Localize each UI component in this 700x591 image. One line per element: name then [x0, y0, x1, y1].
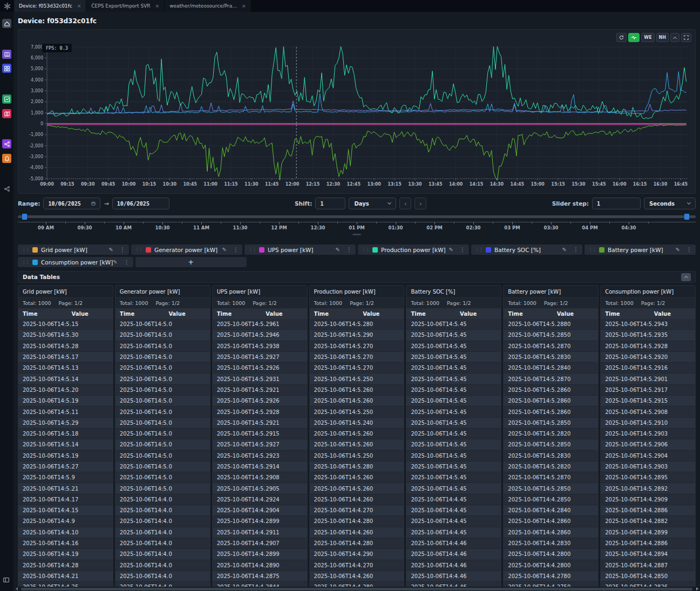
kebab-menu-icon[interactable]: ⋮ [460, 247, 465, 253]
column-header-time[interactable]: Time [120, 311, 169, 317]
table-row[interactable]: 2025-10-06T14:5...17 [18, 352, 113, 363]
table-row[interactable]: 2025-10-06T14:5...45 [406, 406, 501, 417]
tab[interactable]: Device: f053d32c01fc× [14, 0, 86, 12]
edit-icon[interactable]: ✎ [449, 247, 453, 253]
table-row[interactable]: 2025-10-06T14:5...9 [18, 472, 113, 483]
table-row[interactable]: 2025-10-06T14:5...2928 [213, 406, 307, 417]
shift-input[interactable] [320, 201, 341, 207]
add-series-button[interactable]: + [135, 257, 247, 267]
edit-icon[interactable]: ✎ [222, 247, 227, 253]
table-row[interactable]: 2025-10-06T14:5...2908 [601, 406, 695, 417]
table-row[interactable]: 2025-10-06T14:5...2923 [213, 451, 307, 461]
table-row[interactable]: 2025-10-06T14:4...270 [310, 505, 404, 516]
table-row[interactable]: 2025-10-06T14:5...14 [18, 439, 113, 450]
table-row[interactable]: 2025-10-06T14:5...2915 [601, 396, 695, 406]
table-row[interactable]: 2025-10-06T14:5...2880 [504, 319, 598, 330]
kebab-menu-icon[interactable]: ⋮ [346, 247, 352, 253]
table-row[interactable]: 2025-10-06T14:4...260 [310, 527, 404, 538]
legend-chip[interactable]: ⋮⋮Generator power [kW]✎⋮ [131, 244, 242, 255]
table-row[interactable]: 2025-10-06T14:5...45 [406, 461, 501, 472]
table-row[interactable]: 2025-10-06T14:4...45 [406, 505, 501, 516]
table-row[interactable]: 2025-10-06T14:5...0 [115, 330, 210, 341]
table-row[interactable]: 2025-10-06T14:4...0 [115, 571, 210, 582]
column-header-value[interactable]: Value [654, 311, 691, 317]
table-row[interactable]: 2025-10-06T14:5...45 [406, 363, 501, 373]
range-to-field[interactable] [112, 198, 169, 209]
table-row[interactable]: 2025-10-06T14:5...21 [18, 483, 113, 494]
table-row[interactable]: 2025-10-06T14:5...2927 [213, 352, 307, 363]
table-row[interactable]: 2025-10-06T14:5...2850 [504, 330, 598, 341]
table-row[interactable]: 2025-10-06T14:4...2887 [601, 560, 695, 571]
table-row[interactable]: 2025-10-06T14:4...46 [406, 549, 501, 560]
drag-handle-icon[interactable]: ⋮⋮ [248, 247, 256, 252]
table-row[interactable]: 2025-10-06T14:5...45 [406, 483, 501, 494]
table-row[interactable]: 2025-10-06T14:5...260 [310, 429, 404, 439]
table-row[interactable]: 2025-10-06T14:5...250 [310, 373, 404, 384]
edit-icon[interactable]: ✎ [336, 247, 340, 253]
alerts-icon[interactable] [2, 154, 11, 163]
legend-chip[interactable]: ⋮⋮Consumption power [kW]✎⋮ [18, 257, 133, 267]
kebab-menu-icon[interactable]: ⋮ [573, 247, 579, 253]
table-row[interactable]: 2025-10-06T14:4...0 [115, 516, 210, 527]
table-row[interactable]: 2025-10-06T14:5...2946 [213, 330, 307, 341]
table-row[interactable]: 2025-10-06T14:5...0 [115, 319, 210, 330]
table-row[interactable]: 2025-10-06T14:5...240 [310, 418, 404, 429]
shift-next-button[interactable]: › [414, 198, 426, 209]
table-row[interactable]: 2025-10-06T14:5...13 [18, 363, 113, 373]
table-row[interactable]: 2025-10-06T14:5...14 [18, 373, 113, 384]
kebab-menu-icon[interactable]: ⋮ [124, 259, 130, 265]
table-row[interactable]: 2025-10-06T14:4...0 [115, 560, 210, 571]
refresh-button[interactable] [616, 33, 627, 42]
table-row[interactable]: 2025-10-06T14:5...260 [310, 385, 404, 396]
table-row[interactable]: 2025-10-06T14:4...2894 [601, 549, 695, 560]
table-row[interactable]: 2025-10-06T14:5...2921 [213, 418, 307, 429]
table-row[interactable]: 2025-10-06T14:5...270 [310, 341, 404, 352]
table-row[interactable]: 2025-10-06T14:4...45 [406, 516, 501, 527]
column-header-time[interactable]: Time [508, 311, 557, 317]
table-row[interactable]: 2025-10-06T14:4...2882 [601, 516, 695, 527]
we-button[interactable]: WE [641, 33, 654, 42]
close-icon[interactable]: × [155, 3, 160, 9]
edit-icon[interactable]: ✎ [562, 247, 567, 253]
table-row[interactable]: 2025-10-06T14:4...28 [18, 560, 113, 571]
table-row[interactable]: 2025-10-06T14:5...2943 [601, 319, 695, 330]
table-row[interactable]: 2025-10-06T14:5...2928 [601, 341, 695, 352]
column-header-value[interactable]: Value [72, 311, 108, 317]
legend-chip[interactable]: ⋮⋮Battery SOC [%]✎⋮ [471, 244, 582, 255]
table-row[interactable]: 2025-10-06T14:5...2904 [601, 451, 695, 461]
table-row[interactable]: 2025-10-06T14:4...0 [115, 549, 210, 560]
table-row[interactable]: 2025-10-06T14:4...17 [18, 494, 113, 505]
table-row[interactable]: 2025-10-06T14:5...0 [115, 363, 210, 373]
map-icon[interactable] [2, 109, 11, 118]
table-row[interactable]: 2025-10-06T14:5...45 [406, 341, 501, 352]
table-row[interactable]: 2025-10-06T14:4...2899 [213, 516, 307, 527]
column-header-value[interactable]: Value [363, 311, 399, 317]
table-row[interactable]: 2025-10-06T14:5...28 [18, 341, 113, 352]
table-row[interactable]: 2025-10-06T14:5...0 [115, 396, 210, 406]
column-header-value[interactable]: Value [460, 311, 497, 317]
table-row[interactable]: 2025-10-06T14:5...18 [18, 429, 113, 439]
table-row[interactable]: 2025-10-06T14:5...2870 [504, 472, 598, 483]
table-row[interactable]: 2025-10-06T14:4...2860 [504, 516, 598, 527]
range-from-field[interactable] [43, 198, 100, 209]
table-row[interactable]: 2025-10-06T14:4...2800 [504, 549, 598, 560]
table-row[interactable]: 2025-10-06T14:5...15 [18, 319, 113, 330]
close-icon[interactable]: × [242, 3, 246, 9]
table-row[interactable]: 2025-10-06T14:5...290 [310, 330, 404, 341]
column-header-time[interactable]: Time [23, 311, 72, 317]
table-row[interactable]: 2025-10-06T14:5...2850 [504, 483, 598, 494]
table-row[interactable]: 2025-10-06T14:5...0 [115, 418, 210, 429]
table-row[interactable]: 2025-10-06T14:5...2914 [213, 461, 307, 472]
table-row[interactable]: 2025-10-06T14:4...2886 [601, 538, 695, 549]
slider-track[interactable] [18, 215, 696, 218]
table-row[interactable]: 2025-10-06T14:5...0 [115, 373, 210, 384]
table-row[interactable]: 2025-10-06T14:5...2860 [504, 385, 598, 396]
table-row[interactable]: 2025-10-06T14:5...250 [310, 406, 404, 417]
table-row[interactable]: 2025-10-06T14:4...0 [115, 527, 210, 538]
table-row[interactable]: 2025-10-06T14:5...2920 [601, 352, 695, 363]
table-row[interactable]: 2025-10-06T14:4...2909 [601, 494, 695, 505]
fullscreen-button[interactable] [681, 33, 691, 42]
shift-prev-button[interactable]: ‹ [399, 198, 411, 209]
table-row[interactable]: 2025-10-06T14:5...2840 [504, 363, 598, 373]
table-row[interactable]: 2025-10-06T14:5...45 [406, 429, 501, 439]
